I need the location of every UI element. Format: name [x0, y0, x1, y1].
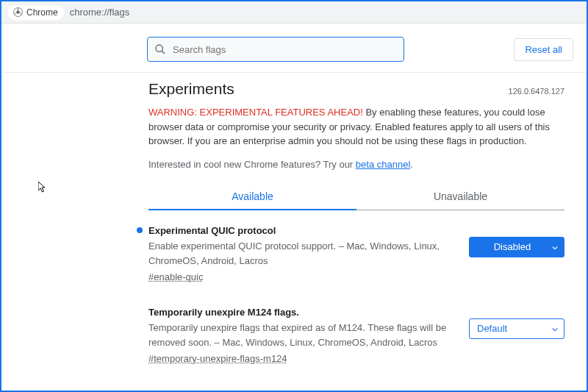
beta-channel-link[interactable]: beta channel	[356, 159, 410, 170]
toolbar: Reset all	[1, 24, 587, 73]
search-icon	[154, 43, 166, 55]
site-badge: Chrome	[7, 5, 64, 20]
reset-all-button[interactable]: Reset all	[514, 38, 573, 61]
tab-available[interactable]: Available	[148, 183, 356, 210]
warning-text: WARNING: EXPERIMENTAL FEATURES AHEAD! By…	[148, 105, 564, 149]
modified-dot-icon	[137, 227, 143, 233]
title-row: Experiments 126.0.6478.127	[148, 80, 564, 98]
page-title: Experiments	[148, 80, 234, 98]
flag-item: Temporarily unexpire M124 flags. Tempora…	[148, 299, 564, 381]
flag-description: Enable experimental QUIC protocol suppor…	[148, 239, 459, 268]
flag-title: Temporarily unexpire M125 flags.	[148, 387, 459, 391]
svg-line-3	[162, 51, 165, 54]
tabs: Available Unavailable	[148, 183, 564, 210]
chevron-down-icon	[552, 245, 558, 251]
flag-anchor-link[interactable]: #enable-quic	[148, 271, 203, 282]
interest-text: Interested in cool new Chrome features? …	[148, 159, 564, 170]
chevron-down-icon	[552, 327, 558, 332]
chrome-icon	[13, 7, 23, 17]
content: Experiments 126.0.6478.127 WARNING: EXPE…	[1, 73, 587, 391]
tab-unavailable[interactable]: Unavailable	[356, 183, 564, 210]
address-bar: Chrome chrome://flags	[1, 1, 587, 24]
flag-description: Temporarily unexpire flags that expired …	[148, 321, 459, 349]
flag-title: Temporarily unexpire M124 flags.	[148, 305, 459, 320]
site-badge-label: Chrome	[26, 7, 58, 18]
flag-item: Temporarily unexpire M125 flags. Tempora…	[148, 381, 564, 391]
svg-point-1	[16, 10, 19, 13]
url-text[interactable]: chrome://flags	[70, 7, 130, 18]
version-text: 126.0.6478.127	[509, 87, 564, 96]
warning-prefix: WARNING: EXPERIMENTAL FEATURES AHEAD!	[148, 107, 363, 118]
svg-point-2	[156, 45, 162, 51]
flag-anchor-link[interactable]: #temporary-unexpire-flags-m124	[148, 353, 287, 364]
search-wrap	[147, 37, 404, 62]
flag-select[interactable]: Disabled	[469, 237, 564, 257]
flag-item: Experimental QUIC protocol Enable experi…	[148, 224, 564, 299]
flag-title: Experimental QUIC protocol	[148, 224, 459, 238]
flags-list: Experimental QUIC protocol Enable experi…	[148, 224, 564, 391]
flag-select[interactable]: Default	[469, 318, 564, 339]
search-input[interactable]	[147, 37, 404, 62]
